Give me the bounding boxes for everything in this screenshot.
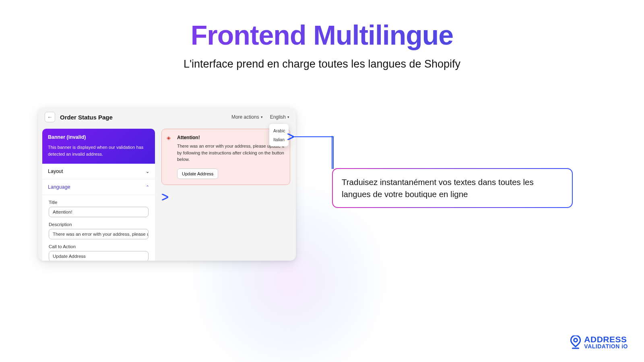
- description-field-group: Description There was an error with your…: [46, 220, 151, 242]
- arrow-left-icon: ←: [47, 114, 53, 120]
- chevron-up-icon: ⌃: [146, 185, 149, 190]
- brand-text: ADDRESS VALIDATION iO: [584, 335, 628, 349]
- cta-input[interactable]: Update Address: [49, 251, 149, 261]
- arrow-to-panel: [164, 193, 333, 201]
- callout-text: Traduisez instantanément vos textes dans…: [342, 177, 534, 199]
- header-actions: More actions ▾ English ▾: [231, 114, 289, 120]
- dropdown-item-arabic[interactable]: Arabic: [269, 126, 289, 135]
- brand-line1: ADDRESS: [584, 335, 628, 343]
- arrow-to-dropdown: [290, 133, 334, 141]
- hero-subtitle: L'interface prend en charge toutes les l…: [0, 58, 644, 70]
- chevron-down-icon: ▾: [261, 115, 263, 119]
- pin-icon: [570, 335, 581, 349]
- banner-config-card: Banner (invalid) This banner is displaye…: [42, 129, 155, 164]
- brand-logo: ADDRESS VALIDATION iO: [570, 335, 628, 349]
- language-selector[interactable]: English ▾: [270, 114, 289, 120]
- svg-point-0: [574, 338, 578, 342]
- title-input[interactable]: Attention!: [49, 207, 149, 217]
- brand-line2: VALIDATION iO: [584, 343, 628, 349]
- warning-icon: ◈: [167, 135, 171, 141]
- app-window: ← Order Status Page More actions ▾ Engli…: [38, 108, 296, 261]
- language-panel: Title Attention! Description There was a…: [42, 195, 155, 261]
- left-panel: Banner (invalid) This banner is displaye…: [38, 126, 159, 261]
- app-header: ← Order Status Page More actions ▾ Engli…: [38, 108, 296, 126]
- callout-box: Traduisez instantanément vos textes dans…: [332, 168, 573, 208]
- more-actions-label: More actions: [231, 114, 259, 120]
- chevron-down-icon: ▾: [287, 115, 289, 119]
- language-dropdown: Arabic Italian: [269, 124, 289, 146]
- alert-title: Attention!: [177, 135, 284, 140]
- back-button[interactable]: ←: [45, 112, 55, 122]
- layout-section-toggle[interactable]: Layout ⌄: [42, 164, 155, 179]
- title-label: Title: [49, 200, 149, 205]
- language-section-label: Language: [48, 184, 70, 190]
- hero-title: Frontend Multilingue: [0, 19, 644, 51]
- cta-field-group: Call to Action Update Address: [46, 242, 151, 261]
- cta-label: Call to Action: [49, 244, 149, 249]
- update-address-button[interactable]: Update Address: [177, 169, 218, 179]
- banner-heading: Banner (invalid): [48, 134, 149, 140]
- language-selector-label: English: [270, 114, 286, 120]
- title-field-group: Title Attention!: [46, 197, 151, 220]
- banner-description: This banner is displayed when our valida…: [48, 144, 149, 157]
- page-title: Order Status Page: [60, 114, 227, 121]
- more-actions-menu[interactable]: More actions ▾: [231, 114, 263, 120]
- alert-body: There was an error with your address, pl…: [177, 143, 284, 163]
- arrow-to-dropdown-vert: [330, 136, 334, 169]
- dropdown-item-italian[interactable]: Italian: [269, 135, 289, 144]
- description-input[interactable]: There was an error with your address, pl…: [49, 229, 149, 239]
- description-label: Description: [49, 222, 149, 227]
- chevron-down-icon: ⌄: [146, 169, 149, 174]
- language-section-toggle[interactable]: Language ⌃: [42, 179, 155, 195]
- layout-section-label: Layout: [48, 169, 63, 174]
